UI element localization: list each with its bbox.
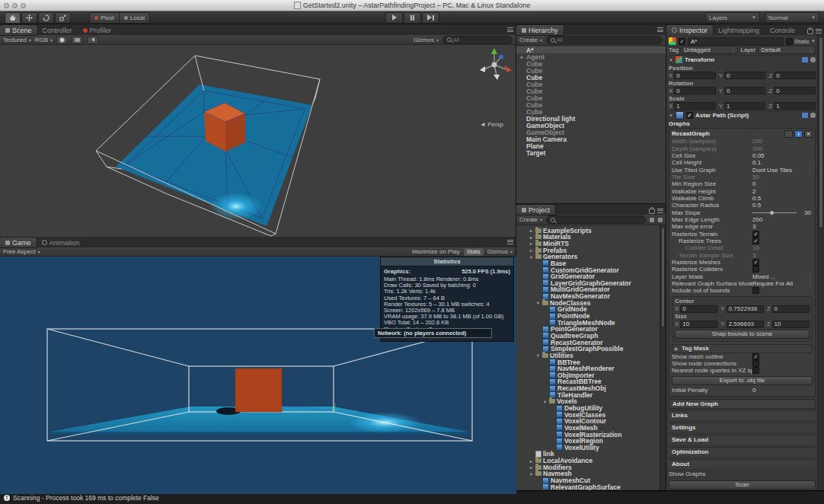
project-tree-item[interactable]: Modifiers: [516, 464, 666, 471]
scale-z-field[interactable]: 1: [774, 102, 816, 110]
setting-row[interactable]: Relevant Graph Surface Mode Require For …: [672, 280, 813, 287]
stats-toggle[interactable]: Stats: [464, 248, 484, 256]
pause-button[interactable]: [404, 12, 421, 24]
center-y-field[interactable]: 0.7522936: [727, 305, 764, 313]
panel-menu-icon[interactable]: [507, 240, 513, 244]
hierarchy-search-input[interactable]: All: [546, 36, 663, 44]
move-tool-button[interactable]: [21, 12, 37, 24]
eye-icon[interactable]: [784, 130, 793, 138]
titlebar[interactable]: GetStarted2.unity – AstarPathfindingProj…: [0, 0, 824, 11]
setting-row[interactable]: Walkable Climb 0.5 ⋮: [672, 195, 813, 202]
tab-project[interactable]: Project: [516, 205, 555, 215]
setting-checkbox[interactable]: [752, 367, 759, 374]
rotation-y-field[interactable]: 0: [724, 87, 765, 94]
tag-dropdown[interactable]: Untagged⋮: [681, 46, 739, 54]
z-axis-cone[interactable]: [498, 54, 503, 59]
tab-lightmapping[interactable]: Lightmapping: [713, 25, 765, 35]
foldout-arrow[interactable]: [529, 247, 534, 253]
foldout-arrow[interactable]: [529, 254, 534, 260]
scale-tool-button[interactable]: [55, 12, 71, 24]
section-header[interactable]: Optimization: [669, 447, 816, 458]
project-tree-item[interactable]: GridNode: [516, 306, 666, 313]
setting-row[interactable]: Show node connections: [672, 360, 813, 367]
object-name-field[interactable]: A*: [688, 37, 784, 46]
setting-row[interactable]: Max Edge Length 200 ⋮: [672, 216, 813, 223]
render-mode-dropdown[interactable]: RGB: [35, 37, 53, 43]
game-gizmos-dropdown[interactable]: Gizmos: [487, 248, 513, 255]
scrollbar-thumb[interactable]: [819, 37, 823, 228]
lock-icon[interactable]: [649, 209, 655, 214]
setting-checkbox[interactable]: [752, 238, 759, 244]
tab-animation[interactable]: Animation: [37, 238, 85, 247]
recast-graph-title[interactable]: RecastGraph: [672, 130, 710, 137]
tag-mask-foldout[interactable]: ▶ Tag Mask: [672, 344, 813, 353]
scrollbar-thumb[interactable]: [661, 227, 665, 327]
tab-profiler[interactable]: Profiler: [78, 25, 117, 35]
enum-icon[interactable]: ⋮: [807, 167, 813, 173]
setting-checkbox[interactable]: [752, 266, 759, 273]
tab-hierarchy[interactable]: Hierarchy: [516, 25, 564, 35]
section-header[interactable]: Settings: [669, 423, 816, 433]
scan-button[interactable]: Scan: [669, 480, 816, 490]
foldout-arrow[interactable]: [529, 464, 534, 470]
tab-inspector[interactable]: Inspector: [666, 25, 713, 35]
setting-row[interactable]: Collider Detail 10 ⋮: [672, 244, 813, 251]
help-icon[interactable]: [802, 113, 808, 118]
setting-value[interactable]: 0: [752, 180, 755, 187]
project-tree-item[interactable]: MiniRTS: [516, 241, 666, 247]
foldout-arrow[interactable]: [529, 471, 534, 477]
game-viewport[interactable]: Statistics Graphics: 525.0 FPS (1.9ms) M…: [0, 257, 516, 494]
foldout-arrow[interactable]: [529, 228, 534, 233]
scene-viewport[interactable]: ◄ Persp: [0, 45, 516, 237]
setting-row[interactable]: Use Tiled Graph Dont Use Tiles ⋮: [672, 166, 813, 173]
layer-dropdown[interactable]: Default⋮: [758, 46, 816, 54]
setting-row[interactable]: Min Region Size 0 ⋮: [672, 180, 813, 187]
panel-menu-icon[interactable]: [507, 27, 513, 32]
layout-dropdown[interactable]: Normal▼: [765, 12, 819, 23]
setting-checkbox[interactable]: [752, 259, 759, 266]
foldout-arrow[interactable]: ▶: [675, 346, 679, 351]
setting-row[interactable]: Rasterize Meshes ⋮: [672, 259, 813, 266]
slider-thumb[interactable]: [770, 211, 774, 215]
foldout-arrow[interactable]: [535, 300, 541, 305]
y-axis-cone[interactable]: [491, 48, 497, 54]
setting-row[interactable]: Tile Size 50 ⋮: [672, 174, 813, 180]
project-tree-item[interactable]: VoxelUtility: [516, 445, 666, 451]
foldout-arrow[interactable]: [529, 234, 534, 240]
setting-row[interactable]: Include out of bounds ⋮: [672, 287, 813, 294]
setting-value[interactable]: Require For All: [752, 280, 793, 287]
component-enabled-checkbox[interactable]: [686, 112, 693, 119]
foldout-arrow[interactable]: [519, 54, 525, 59]
active-checkbox[interactable]: [679, 38, 685, 45]
aspect-dropdown[interactable]: Free Aspect: [3, 248, 40, 255]
setting-value[interactable]: 0.5: [752, 202, 761, 209]
rotate-tool-button[interactable]: [38, 12, 54, 24]
static-checkbox[interactable]: [786, 38, 793, 45]
project-tree-item[interactable]: NavMeshGenerator: [516, 293, 666, 300]
panel-menu-icon[interactable]: [657, 27, 663, 32]
play-button[interactable]: [385, 12, 403, 24]
panel-menu-icon[interactable]: [657, 209, 663, 213]
info-icon[interactable]: i: [794, 130, 803, 138]
setting-value[interactable]: 10: [752, 244, 759, 251]
snap-bounds-button[interactable]: Snap bounds to scene: [675, 330, 810, 339]
setting-row[interactable]: Width (samples) 200 ⋮: [672, 138, 813, 145]
scale-y-field[interactable]: 1: [724, 102, 765, 110]
scale-x-field[interactable]: 1: [674, 102, 715, 110]
project-tree-item[interactable]: LocalAvoidance: [516, 458, 666, 464]
setting-row[interactable]: Show mesh outline: [672, 353, 813, 360]
size-y-field[interactable]: 2.596693: [727, 321, 764, 328]
foldout-arrow[interactable]: ▼: [669, 113, 673, 118]
project-tree-item[interactable]: SimplestGraphPossible: [516, 346, 666, 352]
setting-value[interactable]: 0.05: [752, 152, 765, 159]
lock-icon[interactable]: [807, 29, 813, 34]
setting-value[interactable]: 0.1: [752, 159, 761, 166]
setting-value[interactable]: 200: [752, 138, 762, 145]
help-icon[interactable]: [802, 57, 808, 62]
local-toggle-button[interactable]: Local: [120, 12, 150, 24]
position-y-field[interactable]: 0: [724, 72, 765, 79]
project-scrollbar[interactable]: [660, 225, 666, 490]
search-by-label-icon[interactable]: [658, 218, 663, 222]
setting-row[interactable]: Character Radius 0.5 ⋮: [672, 202, 813, 209]
layers-dropdown[interactable]: Layers▼: [705, 12, 760, 23]
